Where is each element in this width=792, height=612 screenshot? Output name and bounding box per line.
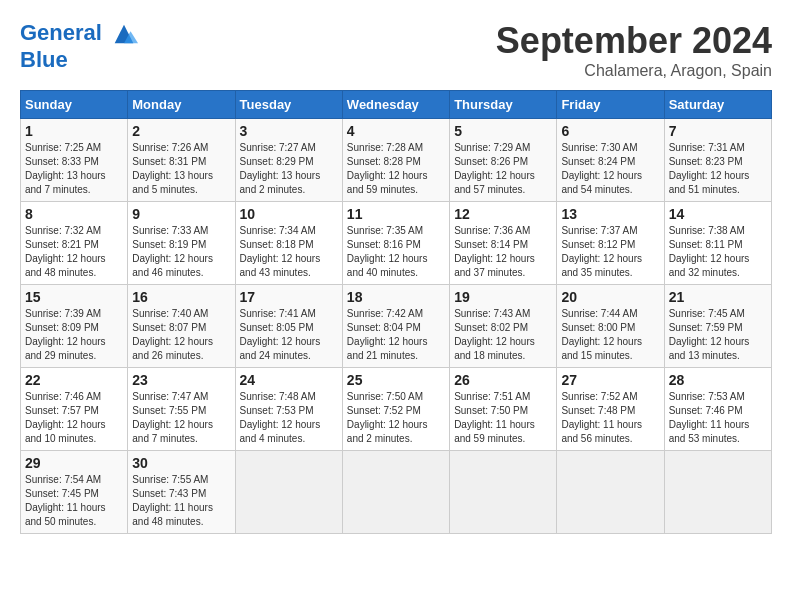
day-number: 23 [132,372,230,388]
calendar-cell: 15 Sunrise: 7:39 AM Sunset: 8:09 PM Dayl… [21,285,128,368]
calendar-cell: 26 Sunrise: 7:51 AM Sunset: 7:50 PM Dayl… [450,368,557,451]
page-header: General Blue September 2024 Chalamera, A… [20,20,772,80]
day-number: 29 [25,455,123,471]
day-info: Sunrise: 7:29 AM Sunset: 8:26 PM Dayligh… [454,141,552,197]
day-info: Sunrise: 7:42 AM Sunset: 8:04 PM Dayligh… [347,307,445,363]
calendar-cell: 25 Sunrise: 7:50 AM Sunset: 7:52 PM Dayl… [342,368,449,451]
calendar-cell: 14 Sunrise: 7:38 AM Sunset: 8:11 PM Dayl… [664,202,771,285]
day-number: 28 [669,372,767,388]
calendar-cell: 23 Sunrise: 7:47 AM Sunset: 7:55 PM Dayl… [128,368,235,451]
day-info: Sunrise: 7:47 AM Sunset: 7:55 PM Dayligh… [132,390,230,446]
calendar-cell: 20 Sunrise: 7:44 AM Sunset: 8:00 PM Dayl… [557,285,664,368]
logo-text2: Blue [20,48,138,72]
calendar-cell [557,451,664,534]
day-info: Sunrise: 7:43 AM Sunset: 8:02 PM Dayligh… [454,307,552,363]
month-title: September 2024 [496,20,772,62]
calendar-cell [235,451,342,534]
day-info: Sunrise: 7:28 AM Sunset: 8:28 PM Dayligh… [347,141,445,197]
day-of-week-header: Wednesday [342,91,449,119]
calendar-cell: 4 Sunrise: 7:28 AM Sunset: 8:28 PM Dayli… [342,119,449,202]
calendar-week-row: 29 Sunrise: 7:54 AM Sunset: 7:45 PM Dayl… [21,451,772,534]
calendar-cell: 3 Sunrise: 7:27 AM Sunset: 8:29 PM Dayli… [235,119,342,202]
calendar-cell: 21 Sunrise: 7:45 AM Sunset: 7:59 PM Dayl… [664,285,771,368]
day-info: Sunrise: 7:41 AM Sunset: 8:05 PM Dayligh… [240,307,338,363]
day-number: 21 [669,289,767,305]
day-of-week-header: Saturday [664,91,771,119]
day-info: Sunrise: 7:48 AM Sunset: 7:53 PM Dayligh… [240,390,338,446]
calendar-cell: 22 Sunrise: 7:46 AM Sunset: 7:57 PM Dayl… [21,368,128,451]
calendar-cell: 9 Sunrise: 7:33 AM Sunset: 8:19 PM Dayli… [128,202,235,285]
day-number: 14 [669,206,767,222]
calendar-week-row: 15 Sunrise: 7:39 AM Sunset: 8:09 PM Dayl… [21,285,772,368]
calendar-cell [342,451,449,534]
calendar-header: SundayMondayTuesdayWednesdayThursdayFrid… [21,91,772,119]
calendar-cell: 27 Sunrise: 7:52 AM Sunset: 7:48 PM Dayl… [557,368,664,451]
day-info: Sunrise: 7:37 AM Sunset: 8:12 PM Dayligh… [561,224,659,280]
day-number: 12 [454,206,552,222]
day-info: Sunrise: 7:32 AM Sunset: 8:21 PM Dayligh… [25,224,123,280]
day-info: Sunrise: 7:51 AM Sunset: 7:50 PM Dayligh… [454,390,552,446]
day-number: 22 [25,372,123,388]
day-number: 11 [347,206,445,222]
day-info: Sunrise: 7:34 AM Sunset: 8:18 PM Dayligh… [240,224,338,280]
day-number: 2 [132,123,230,139]
day-info: Sunrise: 7:52 AM Sunset: 7:48 PM Dayligh… [561,390,659,446]
calendar-cell: 30 Sunrise: 7:55 AM Sunset: 7:43 PM Dayl… [128,451,235,534]
day-info: Sunrise: 7:50 AM Sunset: 7:52 PM Dayligh… [347,390,445,446]
calendar-cell: 18 Sunrise: 7:42 AM Sunset: 8:04 PM Dayl… [342,285,449,368]
day-number: 24 [240,372,338,388]
calendar-cell: 12 Sunrise: 7:36 AM Sunset: 8:14 PM Dayl… [450,202,557,285]
day-number: 8 [25,206,123,222]
day-of-week-header: Sunday [21,91,128,119]
calendar-body: 1 Sunrise: 7:25 AM Sunset: 8:33 PM Dayli… [21,119,772,534]
day-info: Sunrise: 7:36 AM Sunset: 8:14 PM Dayligh… [454,224,552,280]
calendar-cell: 24 Sunrise: 7:48 AM Sunset: 7:53 PM Dayl… [235,368,342,451]
day-info: Sunrise: 7:38 AM Sunset: 8:11 PM Dayligh… [669,224,767,280]
day-info: Sunrise: 7:31 AM Sunset: 8:23 PM Dayligh… [669,141,767,197]
day-number: 9 [132,206,230,222]
day-number: 7 [669,123,767,139]
day-info: Sunrise: 7:40 AM Sunset: 8:07 PM Dayligh… [132,307,230,363]
day-info: Sunrise: 7:53 AM Sunset: 7:46 PM Dayligh… [669,390,767,446]
day-info: Sunrise: 7:27 AM Sunset: 8:29 PM Dayligh… [240,141,338,197]
logo-text: General [20,20,138,48]
calendar-cell: 29 Sunrise: 7:54 AM Sunset: 7:45 PM Dayl… [21,451,128,534]
calendar-cell [664,451,771,534]
day-number: 1 [25,123,123,139]
day-number: 20 [561,289,659,305]
day-number: 17 [240,289,338,305]
day-number: 15 [25,289,123,305]
calendar-cell: 8 Sunrise: 7:32 AM Sunset: 8:21 PM Dayli… [21,202,128,285]
day-number: 6 [561,123,659,139]
day-number: 3 [240,123,338,139]
day-number: 18 [347,289,445,305]
day-info: Sunrise: 7:25 AM Sunset: 8:33 PM Dayligh… [25,141,123,197]
calendar-cell [450,451,557,534]
day-info: Sunrise: 7:33 AM Sunset: 8:19 PM Dayligh… [132,224,230,280]
calendar-cell: 13 Sunrise: 7:37 AM Sunset: 8:12 PM Dayl… [557,202,664,285]
location: Chalamera, Aragon, Spain [496,62,772,80]
title-block: September 2024 Chalamera, Aragon, Spain [496,20,772,80]
calendar-table: SundayMondayTuesdayWednesdayThursdayFrid… [20,90,772,534]
day-number: 25 [347,372,445,388]
calendar-cell: 6 Sunrise: 7:30 AM Sunset: 8:24 PM Dayli… [557,119,664,202]
day-number: 19 [454,289,552,305]
day-of-week-header: Friday [557,91,664,119]
day-number: 16 [132,289,230,305]
calendar-cell: 17 Sunrise: 7:41 AM Sunset: 8:05 PM Dayl… [235,285,342,368]
calendar-week-row: 1 Sunrise: 7:25 AM Sunset: 8:33 PM Dayli… [21,119,772,202]
day-number: 26 [454,372,552,388]
day-info: Sunrise: 7:55 AM Sunset: 7:43 PM Dayligh… [132,473,230,529]
day-number: 10 [240,206,338,222]
calendar-cell: 7 Sunrise: 7:31 AM Sunset: 8:23 PM Dayli… [664,119,771,202]
calendar-week-row: 22 Sunrise: 7:46 AM Sunset: 7:57 PM Dayl… [21,368,772,451]
calendar-week-row: 8 Sunrise: 7:32 AM Sunset: 8:21 PM Dayli… [21,202,772,285]
calendar-cell: 19 Sunrise: 7:43 AM Sunset: 8:02 PM Dayl… [450,285,557,368]
calendar-cell: 28 Sunrise: 7:53 AM Sunset: 7:46 PM Dayl… [664,368,771,451]
day-info: Sunrise: 7:44 AM Sunset: 8:00 PM Dayligh… [561,307,659,363]
calendar-cell: 1 Sunrise: 7:25 AM Sunset: 8:33 PM Dayli… [21,119,128,202]
day-info: Sunrise: 7:46 AM Sunset: 7:57 PM Dayligh… [25,390,123,446]
day-number: 27 [561,372,659,388]
day-info: Sunrise: 7:45 AM Sunset: 7:59 PM Dayligh… [669,307,767,363]
calendar-cell: 10 Sunrise: 7:34 AM Sunset: 8:18 PM Dayl… [235,202,342,285]
